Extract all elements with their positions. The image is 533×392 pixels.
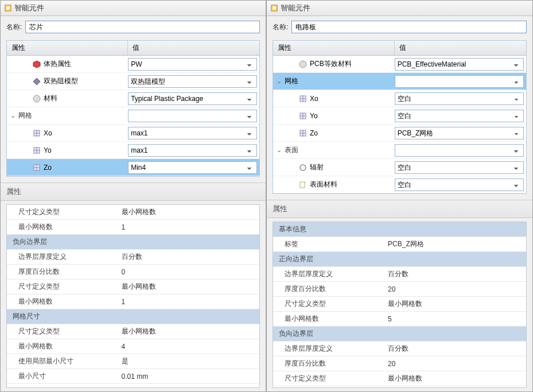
value-dropdown[interactable]: 空白 (395, 178, 524, 191)
prop-row[interactable]: 尺寸定义类型最小网格数 (7, 280, 259, 294)
col-attr[interactable]: 属性 (7, 41, 128, 55)
tree-row[interactable]: 材料Typical Plastic Package (7, 90, 259, 107)
col-value[interactable]: 值 (395, 41, 526, 55)
prop-row[interactable]: 最小尺寸0.01 mm (7, 369, 259, 384)
prop-value[interactable]: 1 (118, 221, 259, 234)
prop-value[interactable]: PCB_Z网格 (384, 237, 526, 251)
tree-row-label: 表面材料 (273, 180, 395, 189)
name-input[interactable] (25, 21, 260, 33)
tree-row[interactable]: Yo空白 (273, 107, 526, 125)
tree-header: 属性 值 (7, 41, 259, 56)
prop-section-header: 基本信息 (273, 222, 526, 237)
expander-icon[interactable]: ⌄ (275, 77, 282, 85)
prop-value[interactable]: 最小网格数 (118, 324, 259, 339)
tree-row[interactable]: Xo空白 (273, 90, 526, 107)
value-dropdown[interactable]: PCB_Z网格 (395, 127, 524, 139)
tree-row[interactable]: ⌄表面 (273, 142, 526, 159)
properties-title: 属性 (1, 183, 266, 201)
prop-value[interactable]: 20 (384, 358, 526, 370)
prop-row[interactable]: 尺寸定义类型最小网格数 (7, 205, 259, 220)
grid-cube-icon (298, 94, 308, 103)
value-dropdown[interactable] (395, 144, 524, 157)
value-dropdown[interactable]: max1 (128, 144, 257, 157)
prop-value[interactable]: 最小网格数 (118, 280, 259, 294)
tree-row-value: PCB_Z网格 (395, 126, 526, 141)
prop-value[interactable]: 最小网格数 (118, 205, 259, 219)
prop-row[interactable]: 最小网格数4 (7, 339, 259, 354)
tree-row-label: PCB等效材料 (273, 59, 395, 69)
prop-value[interactable]: 百分数 (384, 341, 526, 356)
tree-row-label: 双热阻模型 (7, 76, 128, 86)
value-dropdown[interactable]: max1 (128, 127, 257, 139)
col-value[interactable]: 值 (128, 41, 259, 55)
prop-value[interactable]: 0 (118, 266, 259, 278)
prop-row[interactable]: 厚度百分比数20 (273, 356, 526, 371)
value-dropdown[interactable]: Typical Plastic Package (128, 92, 257, 105)
prop-value[interactable]: 百分数 (118, 250, 259, 264)
svg-point-4 (33, 95, 40, 102)
properties-body[interactable]: 尺寸定义类型最小网格数最小网格数1负向边界层边界层厚度定义百分数厚度百分比数0尺… (6, 204, 260, 388)
prop-row[interactable]: 边界层厚度定义百分数 (273, 267, 526, 282)
item-label: 表面材料 (310, 180, 337, 189)
prop-row[interactable]: 尺寸定义类型最小网格数 (7, 324, 259, 339)
prop-value[interactable]: 1 (118, 296, 259, 308)
name-input[interactable] (291, 21, 527, 33)
prop-value[interactable]: 最小网格数 (384, 371, 526, 386)
prop-value[interactable]: 4 (118, 340, 259, 353)
value-dropdown[interactable]: PW (128, 58, 257, 71)
value-dropdown[interactable] (395, 75, 524, 88)
prop-row[interactable]: 厚度百分比数0 (7, 265, 259, 280)
prop-row[interactable]: 厚度百分比数20 (273, 282, 526, 297)
grid-cube-icon (32, 163, 41, 172)
value-dropdown[interactable] (128, 110, 257, 122)
prop-value[interactable]: 百分数 (384, 267, 526, 281)
panel-title-bar: 智能元件 (1, 1, 266, 16)
tree-row[interactable]: ZoMin4 (7, 159, 259, 176)
tree-row[interactable]: ⌄网格 (7, 107, 259, 125)
prop-section-header: 负向边界层 (273, 327, 526, 341)
prop-row[interactable]: 最小网格数1 (7, 294, 259, 309)
component-icon (4, 4, 12, 12)
value-dropdown[interactable]: 空白 (395, 161, 524, 174)
prop-label: 厚度百分比数 (7, 265, 118, 279)
col-attr[interactable]: 属性 (273, 41, 395, 55)
value-dropdown[interactable]: 双热阻模型 (128, 75, 257, 88)
group-label: 网格 (18, 111, 32, 121)
tree-row-label: Zo (273, 129, 395, 138)
value-dropdown[interactable]: Min4 (128, 161, 257, 174)
prop-row[interactable]: 边界层厚度定义百分数 (273, 341, 526, 356)
value-dropdown[interactable]: 空白 (395, 92, 524, 105)
expander-icon[interactable]: ⌄ (9, 112, 16, 119)
prop-row[interactable]: 最小网格数1 (7, 220, 259, 235)
circle-icon (298, 163, 308, 172)
prop-row[interactable]: 尺寸定义类型最小网格数 (273, 371, 526, 386)
tree-row[interactable]: ZoPCB_Z网格 (273, 125, 526, 142)
prop-row[interactable]: 使用局部最小尺寸是 (7, 354, 259, 369)
prop-label: 尺寸定义类型 (7, 280, 118, 294)
prop-value[interactable]: 5 (384, 313, 526, 325)
tree-row[interactable]: ⌄网格 (273, 73, 526, 90)
item-label: 材料 (44, 94, 57, 103)
tree-row-label: Zo (7, 163, 128, 172)
prop-value[interactable]: 0.01 mm (118, 370, 259, 383)
tree-row[interactable]: Xomax1 (7, 125, 259, 142)
prop-value[interactable]: 是 (118, 354, 259, 368)
prop-value[interactable]: 最小网格数 (384, 297, 526, 311)
group-label: 网格 (285, 76, 298, 86)
value-dropdown[interactable]: 空白 (395, 110, 524, 122)
tree-row[interactable]: 双热阻模型双热阻模型 (7, 73, 259, 90)
tree-row[interactable]: 体热属性PW (7, 56, 259, 73)
prop-value[interactable]: 20 (384, 283, 526, 296)
tree-row[interactable]: 表面材料空白 (273, 176, 526, 193)
tree-row[interactable]: 辐射空白 (273, 159, 526, 176)
prop-row[interactable]: 尺寸定义类型最小网格数 (273, 297, 526, 312)
properties-body[interactable]: 基本信息标签PCB_Z网格正向边界层边界层厚度定义百分数厚度百分比数20尺寸定义… (273, 222, 527, 388)
prop-row[interactable]: 标签PCB_Z网格 (273, 237, 526, 252)
prop-label: 厚度百分比数 (273, 356, 384, 371)
value-dropdown[interactable]: PCB_EffectiveMaterial (395, 58, 524, 71)
expander-icon[interactable]: ⌄ (275, 146, 282, 154)
prop-row[interactable]: 最小网格数5 (273, 312, 526, 327)
prop-row[interactable]: 边界层厚度定义百分数 (7, 250, 259, 265)
tree-row[interactable]: PCB等效材料PCB_EffectiveMaterial (273, 56, 526, 73)
tree-row[interactable]: Yomax1 (7, 142, 259, 159)
